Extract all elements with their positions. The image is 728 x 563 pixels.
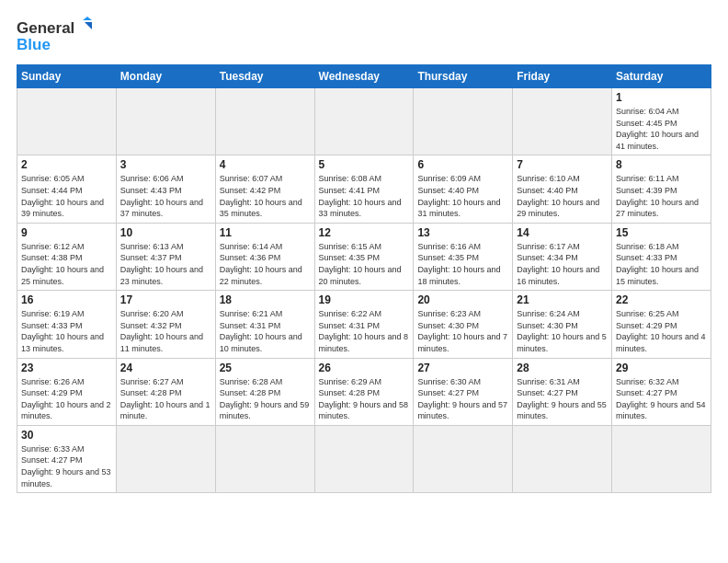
- day-number: 10: [120, 226, 211, 239]
- calendar-cell: 3Sunrise: 6:06 AMSunset: 4:43 PMDaylight…: [116, 155, 215, 223]
- calendar-cell: 6Sunrise: 6:09 AMSunset: 4:40 PMDaylight…: [414, 155, 513, 223]
- calendar-cell: 24Sunrise: 6:27 AMSunset: 4:28 PMDayligh…: [116, 358, 215, 425]
- day-info: Sunrise: 6:19 AMSunset: 4:33 PMDaylight:…: [21, 308, 112, 354]
- logo: General Blue: [17, 17, 99, 55]
- calendar-cell: [314, 425, 414, 492]
- day-number: 22: [616, 293, 707, 306]
- calendar-week-3: 9Sunrise: 6:12 AMSunset: 4:38 PMDaylight…: [17, 223, 711, 290]
- day-number: 14: [517, 226, 608, 239]
- day-number: 16: [21, 293, 112, 306]
- calendar-cell: 13Sunrise: 6:16 AMSunset: 4:35 PMDayligh…: [414, 223, 513, 290]
- weekday-header-row: SundayMondayTuesdayWednesdayThursdayFrid…: [17, 65, 711, 88]
- calendar-week-2: 2Sunrise: 6:05 AMSunset: 4:44 PMDaylight…: [17, 155, 711, 223]
- calendar-cell: [414, 88, 513, 155]
- weekday-header-wednesday: Wednesday: [314, 65, 414, 88]
- day-info: Sunrise: 6:22 AMSunset: 4:31 PMDaylight:…: [319, 308, 410, 354]
- day-info: Sunrise: 6:21 AMSunset: 4:31 PMDaylight:…: [220, 308, 311, 354]
- day-number: 19: [319, 293, 410, 306]
- calendar-cell: 10Sunrise: 6:13 AMSunset: 4:37 PMDayligh…: [116, 223, 215, 290]
- day-number: 26: [319, 362, 410, 374]
- day-info: Sunrise: 6:30 AMSunset: 4:27 PMDaylight:…: [417, 376, 508, 422]
- calendar-cell: 26Sunrise: 6:29 AMSunset: 4:28 PMDayligh…: [314, 358, 414, 425]
- calendar-cell: 21Sunrise: 6:24 AMSunset: 4:30 PMDayligh…: [513, 291, 612, 358]
- calendar-cell: 4Sunrise: 6:07 AMSunset: 4:42 PMDaylight…: [215, 155, 314, 223]
- calendar-cell: 12Sunrise: 6:15 AMSunset: 4:35 PMDayligh…: [314, 223, 414, 290]
- calendar-cell: 16Sunrise: 6:19 AMSunset: 4:33 PMDayligh…: [17, 291, 117, 358]
- day-number: 3: [120, 158, 211, 171]
- day-number: 17: [120, 293, 211, 306]
- day-info: Sunrise: 6:16 AMSunset: 4:35 PMDaylight:…: [417, 241, 508, 287]
- svg-text:Blue: Blue: [17, 36, 51, 53]
- weekday-header-tuesday: Tuesday: [215, 65, 314, 88]
- day-info: Sunrise: 6:27 AMSunset: 4:28 PMDaylight:…: [120, 376, 211, 422]
- day-number: 2: [21, 158, 112, 171]
- calendar-cell: 29Sunrise: 6:32 AMSunset: 4:27 PMDayligh…: [612, 358, 711, 425]
- day-number: 4: [220, 158, 311, 171]
- day-info: Sunrise: 6:06 AMSunset: 4:43 PMDaylight:…: [120, 173, 211, 219]
- day-number: 29: [616, 362, 707, 374]
- day-number: 6: [417, 158, 508, 171]
- day-number: 8: [616, 158, 707, 171]
- day-number: 23: [21, 362, 112, 374]
- calendar-cell: 17Sunrise: 6:20 AMSunset: 4:32 PMDayligh…: [116, 291, 215, 358]
- calendar-week-4: 16Sunrise: 6:19 AMSunset: 4:33 PMDayligh…: [17, 291, 711, 358]
- calendar-table: SundayMondayTuesdayWednesdayThursdayFrid…: [17, 64, 711, 493]
- calendar-cell: 1Sunrise: 6:04 AMSunset: 4:45 PMDaylight…: [612, 88, 711, 155]
- day-info: Sunrise: 6:08 AMSunset: 4:41 PMDaylight:…: [319, 173, 410, 219]
- calendar-cell: 15Sunrise: 6:18 AMSunset: 4:33 PMDayligh…: [612, 223, 711, 290]
- day-info: Sunrise: 6:20 AMSunset: 4:32 PMDaylight:…: [120, 308, 211, 354]
- day-info: Sunrise: 6:17 AMSunset: 4:34 PMDaylight:…: [517, 241, 608, 287]
- calendar-cell: [215, 88, 314, 155]
- day-number: 28: [517, 362, 608, 374]
- header: General Blue: [17, 17, 711, 55]
- calendar-cell: [215, 425, 314, 492]
- calendar-cell: 2Sunrise: 6:05 AMSunset: 4:44 PMDaylight…: [17, 155, 117, 223]
- calendar-week-6: 30Sunrise: 6:33 AMSunset: 4:27 PMDayligh…: [17, 425, 711, 492]
- calendar-cell: 27Sunrise: 6:30 AMSunset: 4:27 PMDayligh…: [414, 358, 513, 425]
- calendar-cell: 30Sunrise: 6:33 AMSunset: 4:27 PMDayligh…: [17, 425, 117, 492]
- day-number: 7: [517, 158, 608, 171]
- calendar-cell: [513, 425, 612, 492]
- day-number: 20: [417, 293, 508, 306]
- day-info: Sunrise: 6:23 AMSunset: 4:30 PMDaylight:…: [417, 308, 508, 354]
- day-number: 11: [220, 226, 311, 239]
- calendar-cell: 25Sunrise: 6:28 AMSunset: 4:28 PMDayligh…: [215, 358, 314, 425]
- day-info: Sunrise: 6:25 AMSunset: 4:29 PMDaylight:…: [616, 308, 707, 354]
- calendar-week-1: 1Sunrise: 6:04 AMSunset: 4:45 PMDaylight…: [17, 88, 711, 155]
- calendar-cell: [414, 425, 513, 492]
- day-info: Sunrise: 6:13 AMSunset: 4:37 PMDaylight:…: [120, 241, 211, 287]
- day-info: Sunrise: 6:11 AMSunset: 4:39 PMDaylight:…: [616, 173, 707, 219]
- weekday-header-monday: Monday: [116, 65, 215, 88]
- day-info: Sunrise: 6:05 AMSunset: 4:44 PMDaylight:…: [21, 173, 112, 219]
- day-number: 1: [616, 91, 707, 104]
- calendar-page: General Blue SundayMondayTuesdayWednesda…: [0, 0, 728, 563]
- calendar-cell: [116, 425, 215, 492]
- day-number: 21: [517, 293, 608, 306]
- day-info: Sunrise: 6:12 AMSunset: 4:38 PMDaylight:…: [21, 241, 112, 287]
- day-info: Sunrise: 6:15 AMSunset: 4:35 PMDaylight:…: [319, 241, 410, 287]
- weekday-header-thursday: Thursday: [414, 65, 513, 88]
- day-number: 5: [319, 158, 410, 171]
- weekday-header-saturday: Saturday: [612, 65, 711, 88]
- day-number: 27: [417, 362, 508, 374]
- day-info: Sunrise: 6:28 AMSunset: 4:28 PMDaylight:…: [220, 376, 311, 422]
- calendar-cell: 14Sunrise: 6:17 AMSunset: 4:34 PMDayligh…: [513, 223, 612, 290]
- day-info: Sunrise: 6:31 AMSunset: 4:27 PMDaylight:…: [517, 376, 608, 422]
- day-info: Sunrise: 6:09 AMSunset: 4:40 PMDaylight:…: [417, 173, 508, 219]
- weekday-header-friday: Friday: [513, 65, 612, 88]
- calendar-cell: [314, 88, 414, 155]
- day-info: Sunrise: 6:32 AMSunset: 4:27 PMDaylight:…: [616, 376, 707, 422]
- calendar-cell: 9Sunrise: 6:12 AMSunset: 4:38 PMDaylight…: [17, 223, 117, 290]
- day-info: Sunrise: 6:10 AMSunset: 4:40 PMDaylight:…: [517, 173, 608, 219]
- day-number: 15: [616, 226, 707, 239]
- day-info: Sunrise: 6:04 AMSunset: 4:45 PMDaylight:…: [616, 106, 707, 152]
- day-number: 9: [21, 226, 112, 239]
- calendar-cell: [513, 88, 612, 155]
- calendar-cell: [116, 88, 215, 155]
- calendar-cell: 5Sunrise: 6:08 AMSunset: 4:41 PMDaylight…: [314, 155, 414, 223]
- day-number: 18: [220, 293, 311, 306]
- calendar-cell: 8Sunrise: 6:11 AMSunset: 4:39 PMDaylight…: [612, 155, 711, 223]
- calendar-cell: [17, 88, 117, 155]
- day-info: Sunrise: 6:33 AMSunset: 4:27 PMDaylight:…: [21, 443, 112, 489]
- calendar-cell: 19Sunrise: 6:22 AMSunset: 4:31 PMDayligh…: [314, 291, 414, 358]
